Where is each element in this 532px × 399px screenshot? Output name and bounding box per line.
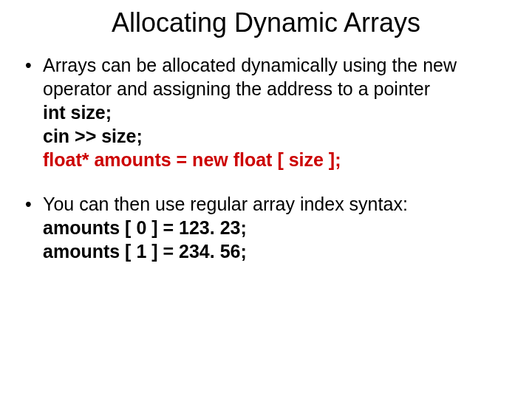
bullet-1-code-1: int size; (43, 100, 510, 124)
bullet-item-1: Arrays can be allocated dynamically usin… (22, 53, 510, 171)
bullet-1-highlight: float* amounts = new float [ size ]; (43, 148, 510, 171)
bullet-1-code-2: cin >> size; (43, 124, 510, 148)
bullet-2-text: You can then use regular array index syn… (43, 192, 510, 216)
bullet-item-2: You can then use regular array index syn… (22, 192, 510, 263)
bullet-list: Arrays can be allocated dynamically usin… (22, 53, 510, 263)
bullet-2-code-1: amounts [ 0 ] = 123. 23; (43, 216, 510, 239)
bullet-1-text: Arrays can be allocated dynamically usin… (43, 53, 510, 100)
slide-title: Allocating Dynamic Arrays (22, 7, 510, 38)
bullet-2-code-2: amounts [ 1 ] = 234. 56; (43, 239, 510, 263)
